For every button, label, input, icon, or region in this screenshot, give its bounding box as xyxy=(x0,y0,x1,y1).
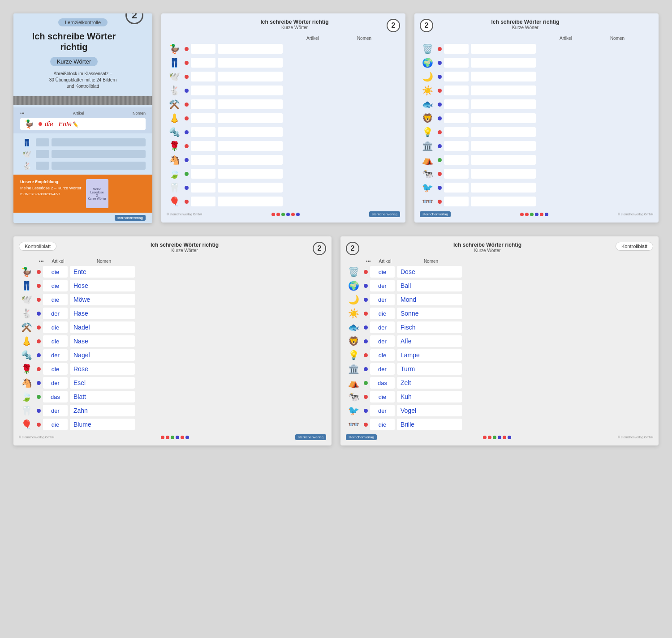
ws-artikel-field-0[interactable] xyxy=(444,44,469,54)
ws-icon-1: 🌍 xyxy=(420,56,435,69)
ks-artikel-10: der xyxy=(370,405,395,416)
ws-artikel-field-9[interactable] xyxy=(444,169,469,179)
ws-artikel-field-3[interactable] xyxy=(444,86,469,95)
ks2-col-headers: ••• Artikel Nomen xyxy=(366,259,653,264)
kfd5 xyxy=(181,436,184,439)
ks-nomen-1: Ball xyxy=(397,280,462,291)
ws-artikel-field-11[interactable] xyxy=(191,197,215,206)
ws1-logo: sternchenverlag xyxy=(369,211,400,217)
ws-icon-3: 🐇 xyxy=(167,84,182,97)
ws-artikel-field-5[interactable] xyxy=(444,113,469,123)
ws2-subtitle: Kurze Wörter xyxy=(433,25,617,30)
ws-artikel-field-0[interactable] xyxy=(191,44,215,54)
ws2-rows: 🗑️ 🌍 🌙 ☀️ 🐟 🦁 xyxy=(420,43,653,208)
ws-icon-4: 🐟 xyxy=(420,98,435,111)
ws1-footer-dots xyxy=(271,213,300,216)
ws-icon-11: 🎈 xyxy=(167,195,182,208)
ws-artikel-field-7[interactable] xyxy=(191,141,215,151)
ks2-title-area: Ich schreibe Wörter richtig Kurze Wörter xyxy=(359,242,616,253)
ws-nomen-field-1[interactable] xyxy=(218,58,283,68)
ws-list-item: 🎈 xyxy=(167,195,400,208)
ws-list-item: 🗑️ xyxy=(420,43,653,55)
ws-nomen-field-6[interactable] xyxy=(218,127,283,137)
ws-artikel-field-6[interactable] xyxy=(444,127,469,137)
ws-artikel-field-1[interactable] xyxy=(191,58,215,68)
ws-nomen-field-6[interactable] xyxy=(471,127,536,137)
cover-title: Ich schreibe Wörter richtig xyxy=(22,31,125,52)
ks-dot-10 xyxy=(37,409,41,413)
ws-nomen-field-9[interactable] xyxy=(471,169,536,179)
ks-icon-6: 🔩 xyxy=(19,349,34,361)
fd5 xyxy=(291,213,295,216)
ws-nomen-field-11[interactable] xyxy=(471,197,536,206)
ws1-footer: © sternchenverlag GmbH sternchenverlag xyxy=(167,211,400,217)
ws-artikel-field-2[interactable] xyxy=(444,72,469,81)
ks-dot-8 xyxy=(37,381,41,385)
ws-nomen-field-3[interactable] xyxy=(471,86,536,95)
worksheet-2: 2 Ich schreibe Wörter richtig Kurze Wört… xyxy=(414,13,659,223)
ws-artikel-field-10[interactable] xyxy=(191,183,215,193)
ws-nomen-field-10[interactable] xyxy=(218,183,283,193)
ws-nomen-field-10[interactable] xyxy=(471,183,536,193)
ks-list-item: 🐦 der Vogel xyxy=(346,404,653,417)
ks-dot-2 xyxy=(364,298,368,302)
ws-nomen-field-5[interactable] xyxy=(471,113,536,123)
ws-artikel-field-2[interactable] xyxy=(191,72,215,81)
ws-nomen-field-1[interactable] xyxy=(471,58,536,68)
ws1-copyright: © sternchenverlag GmbH xyxy=(167,213,202,216)
ws-artikel-field-8[interactable] xyxy=(444,155,469,165)
ks-nomen-3: Sonne xyxy=(397,308,462,319)
ws-nomen-field-11[interactable] xyxy=(218,197,283,206)
ks-icon-6: 💡 xyxy=(346,349,362,361)
ws-nomen-field-4[interactable] xyxy=(218,99,283,109)
ks-dot-7 xyxy=(364,367,368,371)
ws-list-item: 🐟 xyxy=(420,98,653,111)
ws-nomen-field-9[interactable] xyxy=(218,169,283,179)
ws-artikel-field-10[interactable] xyxy=(444,183,469,193)
ws-nomen-field-0[interactable] xyxy=(471,44,536,54)
ws-artikel-field-1[interactable] xyxy=(444,58,469,68)
ks-artikel-3: der xyxy=(43,308,68,319)
ks-icon-7: 🏛️ xyxy=(346,363,362,375)
ws-artikel-field-4[interactable] xyxy=(444,99,469,109)
ws-artikel-field-7[interactable] xyxy=(444,141,469,151)
ws2-header-artikel: Artikel xyxy=(548,36,584,41)
ws-artikel-field-5[interactable] xyxy=(191,113,215,123)
ws-dot-11 xyxy=(185,200,189,204)
ks-dot-5 xyxy=(364,339,368,343)
ks-nomen-11: Blume xyxy=(70,419,135,430)
ws-dot-10 xyxy=(438,186,442,190)
ws-dot-8 xyxy=(438,158,442,162)
ws1-rows: 🦆 👖 🕊️ 🐇 ⚒️ 👃 xyxy=(167,43,400,208)
ws-artikel-field-8[interactable] xyxy=(191,155,215,165)
ws-nomen-field-0[interactable] xyxy=(218,44,283,54)
ws-nomen-field-3[interactable] xyxy=(218,86,283,95)
ws-nomen-field-8[interactable] xyxy=(471,155,536,165)
ws-nomen-field-7[interactable] xyxy=(218,141,283,151)
ws-list-item: ⚒️ xyxy=(167,98,400,111)
ks-dot-11 xyxy=(37,423,41,427)
ks1-rows: 🦆 die Ente 👖 die Hose 🕊️ die Möwe 🐇 der … xyxy=(19,265,326,431)
ws-nomen-field-7[interactable] xyxy=(471,141,536,151)
ws-list-item: 🔩 xyxy=(167,126,400,138)
ks-artikel-6: der xyxy=(43,349,68,361)
ks-list-item: 💡 die Lampe xyxy=(346,349,653,361)
ks-artikel-2: der xyxy=(370,294,395,305)
ws-dot-4 xyxy=(438,103,442,107)
ks-list-item: 👓 die Brille xyxy=(346,418,653,431)
cover-header-nomen: Nomen xyxy=(133,111,146,116)
ws-artikel-field-11[interactable] xyxy=(444,197,469,206)
ws-nomen-field-5[interactable] xyxy=(218,113,283,123)
kfd25 xyxy=(503,436,506,439)
ws-nomen-field-2[interactable] xyxy=(471,72,536,81)
ws-artikel-field-9[interactable] xyxy=(191,169,215,179)
ks-nomen-4: Nadel xyxy=(70,321,135,333)
cover-preview-row: 🦆 die Ente✏️ xyxy=(20,118,146,130)
ws-artikel-field-4[interactable] xyxy=(191,99,215,109)
ws-artikel-field-3[interactable] xyxy=(191,86,215,95)
ws-nomen-field-4[interactable] xyxy=(471,99,536,109)
ks-list-item: 🗑️ die Dose xyxy=(346,265,653,278)
ws-nomen-field-2[interactable] xyxy=(218,72,283,81)
ws-artikel-field-6[interactable] xyxy=(191,127,215,137)
ws-nomen-field-8[interactable] xyxy=(218,155,283,165)
